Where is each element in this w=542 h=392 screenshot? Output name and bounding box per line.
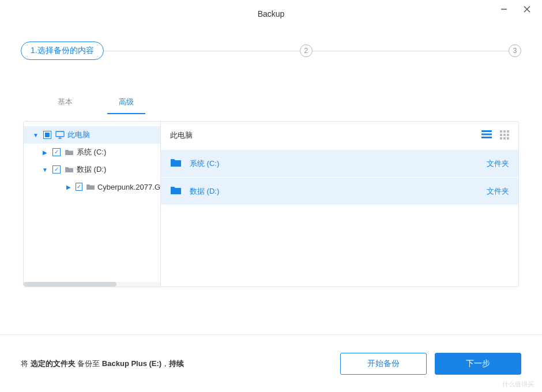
footer-summary: 将 选定的文件夹 备份至 Backup Plus (E:)，持续 [21,359,184,369]
grid-view-button[interactable] [500,130,509,141]
minimize-icon [500,6,507,13]
computer-icon [55,131,65,139]
svg-rect-12 [500,134,502,136]
checkbox-checked[interactable] [76,183,82,191]
close-icon [524,6,530,13]
tab-advanced[interactable]: 高级 [107,92,145,114]
file-explorer: ▼ 此电脑 ▶ 系统 (C:) ▼ [23,121,519,287]
checkbox-checked[interactable] [52,148,61,156]
item-kind: 文件夹 [487,186,509,197]
view-switcher [481,130,509,141]
footer: 将 选定的文件夹 备份至 Backup Plus (E:)，持续 开始备份 下一… [0,334,542,392]
folder-icon [170,186,182,197]
details-header: 此电脑 [161,122,518,149]
item-kind: 文件夹 [487,159,509,169]
footer-text-part: 将 [21,359,31,368]
svg-rect-17 [507,137,509,140]
caret-down-icon[interactable]: ▼ [41,167,49,173]
tree-label: Cyberpunk.2077.G [97,183,160,191]
svg-rect-15 [500,137,502,140]
step-line-2 [313,51,509,51]
caret-right-icon[interactable]: ▶ [41,149,49,156]
caret-down-icon[interactable]: ▼ [32,132,40,138]
tree-scrollbar[interactable] [24,282,160,287]
svg-rect-11 [507,130,509,133]
list-item[interactable]: 系统 (C:) 文件夹 [161,149,518,177]
tree-item-computer[interactable]: ▼ 此电脑 [24,126,160,144]
list-icon [481,130,492,138]
tabs: 基本 高级 [0,65,542,114]
minimize-button[interactable] [494,0,514,18]
window-title: Backup [258,9,285,18]
tree-label: 此电脑 [67,130,90,140]
step-3[interactable]: 3 [509,44,521,57]
item-name: 系统 (C:) [190,159,219,169]
svg-rect-10 [503,130,506,133]
tree-item-drive-d[interactable]: ▼ 数据 (D:) [24,161,160,178]
folder-icon [86,183,95,190]
stepper: 1.选择备份的内容 2 3 [0,28,542,65]
tree-item-cyberpunk[interactable]: ▶ Cyberpunk.2077.G [24,178,160,195]
item-name: 数据 (D:) [190,186,219,197]
details-title: 此电脑 [170,130,193,141]
details-pane: 此电脑 系统 (C:) 文件夹 数据 (D:) 文件夹 [161,122,518,287]
footer-text-part: ， [161,359,169,368]
svg-rect-9 [500,130,502,133]
titlebar: Backup [0,0,542,28]
svg-rect-8 [481,137,492,138]
close-button[interactable] [517,0,537,18]
next-button[interactable]: 下一步 [435,353,521,375]
tab-basic[interactable]: 基本 [46,92,84,114]
checkbox-partial[interactable] [43,131,51,139]
checkbox-checked[interactable] [52,165,61,174]
caret-right-icon[interactable]: ▶ [65,184,72,190]
svg-rect-7 [481,133,492,135]
start-backup-button[interactable]: 开始备份 [340,353,427,375]
step-line-1 [104,51,300,51]
footer-bold-mode: 持续 [169,359,184,368]
svg-rect-16 [503,137,506,140]
footer-bold-destination: Backup Plus (E:) [102,359,161,368]
footer-buttons: 开始备份 下一步 [340,353,521,375]
tree-pane: ▼ 此电脑 ▶ 系统 (C:) ▼ [24,122,161,287]
watermark: 什么值得买 [502,380,534,389]
footer-text-part: 备份至 [76,359,102,368]
tree-item-drive-c[interactable]: ▶ 系统 (C:) [24,144,160,161]
list-item[interactable]: 数据 (D:) 文件夹 [161,177,518,205]
list-view-button[interactable] [481,130,492,141]
tree-label: 系统 (C:) [77,147,106,157]
svg-rect-6 [481,130,492,132]
folder-icon [64,149,74,156]
window-controls [494,0,537,18]
folder-icon [64,166,74,173]
folder-icon [170,158,182,169]
svg-rect-13 [503,134,506,136]
step-1-active: 1.选择备份的内容 [21,42,104,60]
svg-rect-3 [56,131,64,137]
grid-icon [500,130,509,140]
step-2[interactable]: 2 [300,44,313,57]
svg-rect-14 [507,134,509,136]
footer-bold-folders: 选定的文件夹 [31,359,76,368]
tree-label: 数据 (D:) [77,164,106,175]
